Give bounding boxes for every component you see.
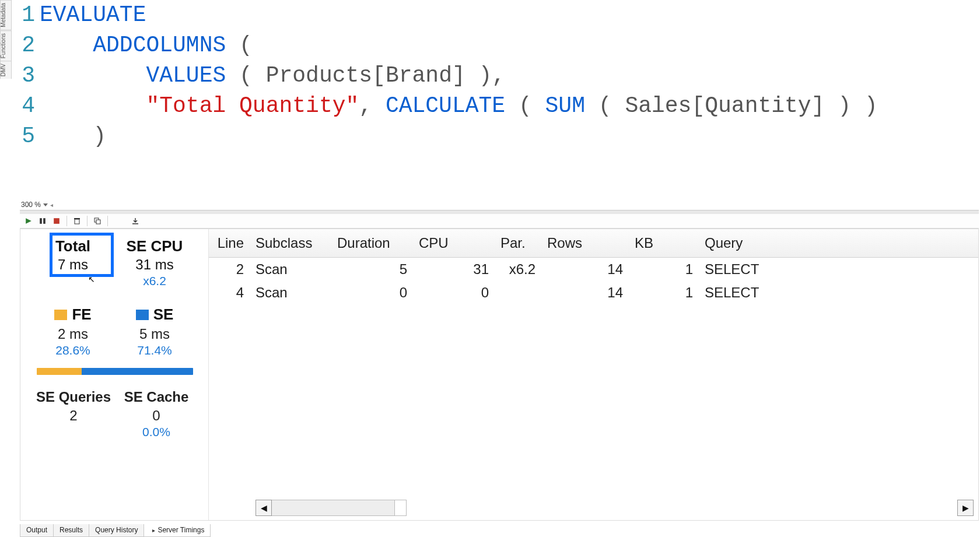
- stat-se-cache-label: SE Cache: [115, 389, 198, 405]
- svg-rect-5: [74, 218, 80, 219]
- side-tabs: Metadata Functions DMV: [0, 0, 12, 87]
- table-cell: 14: [541, 281, 629, 304]
- table-row[interactable]: 4Scan00141SELECT: [209, 281, 978, 304]
- table-cell: SELECT: [699, 258, 978, 282]
- svg-rect-4: [75, 219, 79, 224]
- stat-total-value: 7 ms: [32, 257, 114, 273]
- line-number: 4: [13, 91, 35, 121]
- timing-table[interactable]: Line Subclass Duration CPU Par. Rows KB …: [209, 229, 978, 304]
- timing-table-wrap: Line Subclass Duration CPU Par. Rows KB …: [208, 229, 978, 520]
- play-icon[interactable]: [24, 217, 33, 225]
- line-number: 1: [13, 0, 35, 30]
- side-tab-dmv[interactable]: DMV: [0, 61, 12, 79]
- stat-se-queries: SE Queries 2: [32, 389, 115, 439]
- pause-icon[interactable]: [38, 217, 47, 225]
- fe-swatch-icon: [54, 310, 67, 320]
- table-cell: SELECT: [699, 281, 978, 304]
- svg-rect-1: [40, 218, 42, 224]
- fe-se-bar: [37, 368, 193, 375]
- table-cell: 0: [413, 281, 495, 304]
- stat-fe-label: FE: [72, 306, 91, 324]
- se-bar-segment: [82, 368, 193, 375]
- table-cell: x6.2: [495, 258, 541, 282]
- stop-icon[interactable]: [52, 217, 61, 225]
- col-rows[interactable]: Rows: [541, 229, 629, 258]
- svg-rect-3: [54, 218, 60, 224]
- col-cpu[interactable]: CPU: [413, 229, 495, 258]
- zoom-control[interactable]: 300 % ◂: [21, 201, 53, 209]
- stat-total-label: Total: [32, 237, 114, 255]
- table-row[interactable]: 2Scan531x6.2141SELECT: [209, 258, 978, 282]
- table-cell: 1: [629, 258, 699, 282]
- stat-fe-value: 2 ms: [32, 326, 114, 342]
- copy-icon[interactable]: [93, 217, 102, 225]
- side-tab-functions[interactable]: Functions: [0, 30, 12, 61]
- svg-rect-7: [96, 220, 100, 224]
- stat-se-cpu-value: 31 ms: [114, 257, 195, 273]
- tab-query-history[interactable]: Query History: [89, 524, 144, 537]
- stat-se-sub: 71.4%: [114, 343, 195, 357]
- stat-se: SE 5 ms 71.4%: [114, 306, 195, 357]
- stat-se-cache: SE Cache 0 0.0%: [115, 389, 198, 439]
- trash-icon[interactable]: [73, 217, 81, 225]
- toolbar-divider: [87, 216, 88, 226]
- stat-se-cache-value: 0: [115, 408, 198, 424]
- side-tab-metadata[interactable]: Metadata: [0, 0, 12, 30]
- col-line[interactable]: Line: [209, 229, 250, 258]
- table-cell: 1: [629, 281, 699, 304]
- tab-server-timings[interactable]: Server Timings: [144, 524, 211, 537]
- table-cell: 0: [331, 281, 413, 304]
- stat-fe: FE 2 ms 28.6%: [32, 306, 114, 357]
- stat-se-value: 5 ms: [114, 326, 195, 342]
- col-subclass[interactable]: Subclass: [250, 229, 331, 258]
- code-editor[interactable]: 12345 EVALUATE ADDCOLUMNS ( VALUES ( Pro…: [13, 0, 980, 198]
- se-swatch-icon: [136, 310, 149, 320]
- stat-se-label: SE: [153, 306, 174, 324]
- scroll-thumb[interactable]: [272, 500, 395, 515]
- results-toolbar: [20, 214, 979, 229]
- table-cell: 14: [541, 258, 629, 282]
- table-cell: [495, 281, 541, 304]
- col-par[interactable]: Par.: [495, 229, 541, 258]
- scroll-track[interactable]: [272, 500, 407, 516]
- col-kb[interactable]: KB: [629, 229, 699, 258]
- scroll-left-button[interactable]: ◀: [256, 500, 272, 516]
- download-icon[interactable]: [131, 217, 139, 225]
- server-timings-pane: ↖ Total 7 ms SE CPU 31 ms x6.2 FE 2 ms 2…: [20, 229, 979, 521]
- table-cell: 4: [209, 281, 250, 304]
- tab-output[interactable]: Output: [20, 524, 54, 537]
- toolbar-divider: [66, 216, 67, 226]
- col-duration[interactable]: Duration: [331, 229, 413, 258]
- fe-bar-segment: [37, 368, 82, 375]
- zoom-level: 300 %: [21, 201, 41, 209]
- tab-results[interactable]: Results: [53, 524, 89, 537]
- stat-se-cpu: SE CPU 31 ms x6.2: [114, 237, 195, 288]
- line-number: 5: [13, 121, 35, 152]
- line-number: 3: [13, 61, 35, 91]
- stat-se-queries-label: SE Queries: [32, 389, 115, 405]
- table-header-row: Line Subclass Duration CPU Par. Rows KB …: [209, 229, 978, 258]
- col-query[interactable]: Query: [699, 229, 978, 258]
- table-cell: Scan: [250, 281, 331, 304]
- bottom-tabs: Output Results Query History Server Timi…: [20, 524, 979, 537]
- editor-gutter: 12345: [13, 0, 40, 198]
- table-cell: 5: [331, 258, 413, 282]
- horizontal-scrollbar[interactable]: ◀ ▶: [256, 500, 974, 515]
- scroll-right-button[interactable]: ▶: [957, 500, 974, 516]
- timing-stats: ↖ Total 7 ms SE CPU 31 ms x6.2 FE 2 ms 2…: [20, 229, 208, 520]
- chevron-down-icon[interactable]: [43, 203, 48, 206]
- stat-se-cache-sub: 0.0%: [115, 425, 198, 439]
- stat-se-queries-value: 2: [32, 408, 115, 424]
- svg-rect-2: [43, 218, 46, 224]
- stat-se-cpu-sub: x6.2: [114, 274, 195, 288]
- svg-marker-0: [26, 218, 32, 224]
- table-cell: Scan: [250, 258, 331, 282]
- editor-code[interactable]: EVALUATE ADDCOLUMNS ( VALUES ( Products[…: [40, 0, 980, 198]
- stat-total: Total 7 ms: [32, 237, 114, 288]
- svg-rect-8: [132, 223, 138, 224]
- table-cell: 31: [413, 258, 495, 282]
- stat-fe-sub: 28.6%: [32, 343, 114, 357]
- zoom-tick: ◂: [50, 202, 53, 208]
- stat-se-cpu-label: SE CPU: [114, 237, 195, 255]
- toolbar-divider: [107, 216, 108, 226]
